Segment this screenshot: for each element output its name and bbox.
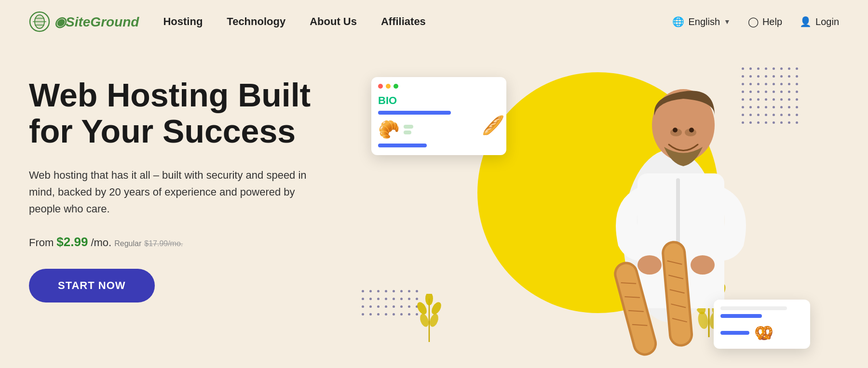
price-unit: /mo. xyxy=(91,237,111,249)
nav-technology[interactable]: Technology xyxy=(227,15,285,28)
price-regular-value: $17.99/mo. xyxy=(144,239,183,248)
logo[interactable]: ◉SiteGround xyxy=(29,11,139,32)
nav-right: 🌐 English ▼ ◯ Help 👤 Login xyxy=(672,16,839,27)
help-label: Help xyxy=(762,16,782,27)
hero-section: Web Hosting Built for Your Success Web h… xyxy=(0,43,868,368)
pretzel-icon: 🥨 xyxy=(754,324,773,342)
dots-bottom-left-decoration xyxy=(362,290,420,349)
start-now-button[interactable]: START NOW xyxy=(29,269,155,302)
baguette-icon: 🥖 xyxy=(482,115,504,136)
browser-blue-line xyxy=(378,111,451,115)
nav-affiliates[interactable]: Affiliates xyxy=(381,15,426,28)
chevron-down-icon: ▼ xyxy=(724,18,731,26)
language-icon: 🌐 xyxy=(672,16,684,27)
help-icon: ◯ xyxy=(748,16,759,27)
mobile-line2 xyxy=(720,314,762,318)
nav-hosting[interactable]: Hosting xyxy=(163,15,203,28)
browser-dots xyxy=(378,84,500,89)
help-link[interactable]: ◯ Help xyxy=(748,16,782,27)
nav-links: Hosting Technology About Us Affiliates xyxy=(163,15,672,28)
login-link[interactable]: 👤 Login xyxy=(800,16,839,27)
browser-blue-line2 xyxy=(378,144,427,147)
hero-illustration: BIO 🥐 🥖 xyxy=(357,63,839,368)
svg-point-27 xyxy=(689,128,694,132)
svg-point-33 xyxy=(428,313,440,328)
logo-text: ◉SiteGround xyxy=(54,14,139,30)
browser-bio-text: BIO xyxy=(378,94,500,107)
hero-price: From $2.99 /mo. Regular $17.99/mo. xyxy=(29,235,357,250)
mobile-line1 xyxy=(720,306,787,310)
svg-point-26 xyxy=(673,128,678,132)
price-regular-label: Regular xyxy=(114,239,141,248)
hero-title: Web Hosting Built for Your Success xyxy=(29,77,357,149)
svg-point-10 xyxy=(691,255,715,275)
wheat-left-decoration xyxy=(415,294,444,344)
language-label: English xyxy=(688,16,720,27)
browser-mockup-card: BIO 🥐 🥖 xyxy=(371,77,506,155)
svg-point-32 xyxy=(419,313,431,328)
login-label: Login xyxy=(815,16,839,27)
price-from-label: From xyxy=(29,237,54,249)
hero-content: Web Hosting Built for Your Success Web h… xyxy=(29,63,357,368)
croissant-icon: 🥐 xyxy=(378,119,400,140)
mobile-mockup-card: 🥨 xyxy=(714,300,810,349)
language-selector[interactable]: 🌐 English ▼ xyxy=(672,16,730,27)
nav-about-us[interactable]: About Us xyxy=(310,15,357,28)
navbar: ◉SiteGround Hosting Technology About Us … xyxy=(0,0,868,43)
svg-point-9 xyxy=(637,255,662,275)
hero-subtitle: Web hosting that has it all – built with… xyxy=(29,167,328,218)
login-icon: 👤 xyxy=(800,16,812,27)
price-amount: $2.99 xyxy=(56,235,88,250)
svg-point-29 xyxy=(425,294,433,305)
siteground-logo-icon xyxy=(29,11,50,32)
